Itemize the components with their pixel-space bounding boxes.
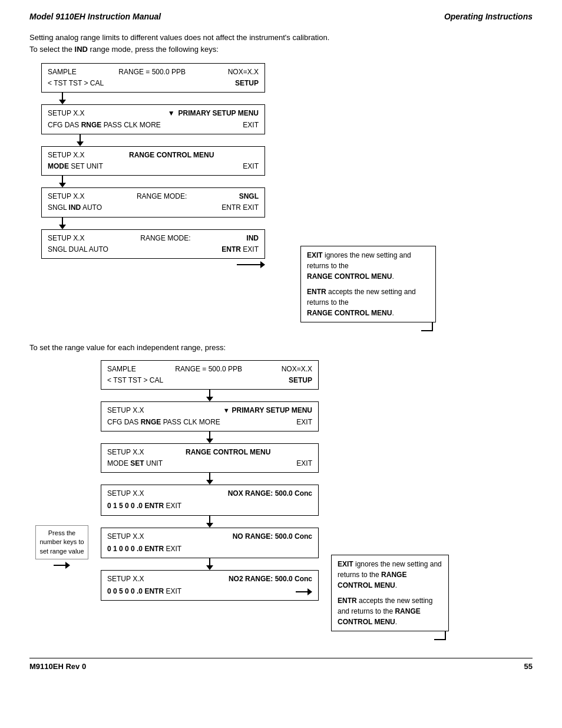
- b-arrow4: [206, 516, 213, 528]
- b-box4-nox: NOX RANGE: 500.0 Conc: [228, 488, 312, 499]
- top-box5-ind: IND: [246, 233, 259, 244]
- b-box5-nums: 0 1 0 0 0 .0 ENTR EXIT: [107, 545, 181, 553]
- top-box4-sngl: SNGL: [239, 191, 259, 202]
- intro-paragraph-1: Setting analog range limits to different…: [29, 32, 533, 55]
- top-box3-setup: SETUP X.X: [48, 150, 84, 161]
- b-box3-menu: RANGE CONTROL MENU: [186, 447, 270, 458]
- arrow-to-box5: [41, 218, 265, 229]
- top-box4-entr: ENTR EXIT: [222, 202, 259, 213]
- top-box1-setup: SETUP: [235, 78, 259, 89]
- b-box4-nums: 0 1 5 0 0 .0 ENTR EXIT: [107, 502, 181, 510]
- intro-line1: Setting analog range limits to different…: [29, 33, 329, 42]
- b-box1-tst: < TST TST > CAL: [107, 375, 163, 386]
- b-box3-exit: EXIT: [296, 458, 312, 469]
- b-arrow1: [206, 390, 213, 401]
- b-arrow3: [206, 473, 213, 485]
- b-box5-setup: SETUP X.X: [107, 531, 144, 542]
- b-box1-nox: NOX=X.X: [282, 364, 312, 375]
- top-box1-range: RANGE = 500.0 PPB: [118, 67, 186, 78]
- top-box3-exit: EXIT: [243, 161, 259, 172]
- intro-paragraph-2: To set the range value for each independ…: [29, 343, 533, 352]
- b-exit-target: RANGE CONTROL MENU: [338, 571, 406, 589]
- top-box5: SETUP X.X RANGE MODE: IND SNGL DUAL AUTO…: [41, 229, 265, 259]
- b-box4-setup: SETUP X.X: [107, 488, 144, 499]
- b-box1-sample: SAMPLE: [107, 364, 136, 375]
- bottom-box3: SETUP X.X RANGE CONTROL MENU MODE SET UN…: [101, 443, 319, 473]
- left-note-text: Press the number keys to set range value: [39, 529, 84, 555]
- top-box2-cfg: CFG DAS RNGE PASS CLK MORE: [48, 120, 161, 131]
- b-arrow5: [206, 558, 213, 570]
- top-diagram: SAMPLE RANGE = 500.0 PPB NOX=X.X < TST T…: [41, 63, 533, 331]
- page-header: Model 9110EH Instruction Manual Operatin…: [29, 12, 533, 21]
- top-box2-menu: PRIMARY SETUP MENU: [178, 108, 259, 119]
- top-note-box: EXIT ignores the new setting and returns…: [300, 246, 436, 322]
- b-box6-no2: NO2 RANGE: 500.0 Conc: [229, 574, 312, 585]
- header-left: Model 9110EH Instruction Manual: [29, 12, 161, 21]
- bottom-box1: SAMPLE RANGE = 500.0 PPB NOX=X.X < TST T…: [101, 360, 319, 390]
- top-right-note: EXIT ignores the new setting and returns…: [300, 246, 436, 331]
- top-box1: SAMPLE RANGE = 500.0 PPB NOX=X.X < TST T…: [41, 63, 265, 93]
- b-entr-target: RANGE CONTROL MENU: [338, 607, 421, 626]
- b-box6-setup: SETUP X.X: [107, 574, 144, 585]
- top-box5-entr: ENTR EXIT: [222, 244, 259, 255]
- exit-note-text: EXIT ignores the new setting and returns…: [307, 251, 411, 270]
- b-box2-exit: EXIT: [296, 417, 312, 428]
- top-flow-left: SAMPLE RANGE = 500.0 PPB NOX=X.X < TST T…: [41, 63, 289, 331]
- b-box3-setup: SETUP X.X: [107, 447, 144, 458]
- b-box2-cfg: CFG DAS RNGE PASS CLK MORE: [107, 417, 220, 428]
- page-footer: M9110EH Rev 0 55: [29, 658, 533, 671]
- top-box5-sngl-dual: SNGL DUAL AUTO: [48, 244, 108, 255]
- bottom-box6: SETUP X.X NO2 RANGE: 500.0 Conc 0 0 5 0 …: [101, 570, 319, 601]
- entr-note-target: RANGE CONTROL MENU: [307, 309, 392, 317]
- arrow-to-box3: [41, 134, 265, 146]
- entr-note-text: ENTR accepts the new setting and returns…: [307, 288, 416, 307]
- top-box4-label: RANGE MODE:: [137, 191, 187, 202]
- top-box2-exit: EXIT: [243, 120, 259, 131]
- b-box2-setup: SETUP X.X: [107, 405, 144, 416]
- top-box5-setup: SETUP X.X: [48, 233, 84, 244]
- top-box3-menu: RANGE CONTROL MENU: [129, 150, 214, 161]
- footer-left: M9110EH Rev 0: [29, 662, 86, 671]
- exit-note-target: RANGE CONTROL MENU: [307, 272, 392, 281]
- bottom-box4: SETUP X.X NOX RANGE: 500.0 Conc 0 1 5 0 …: [101, 485, 319, 515]
- bottom-left-note: Press the number keys to set range value: [35, 525, 88, 559]
- top-box5-label: RANGE MODE:: [140, 233, 190, 244]
- top-box3: SETUP X.X RANGE CONTROL MENU MODE SET UN…: [41, 146, 265, 176]
- bottom-left-note-wrapper: Press the number keys to set range value: [35, 525, 88, 640]
- b-box1-range: RANGE = 500.0 PPB: [175, 364, 242, 375]
- top-box4: SETUP X.X RANGE MODE: SNGL SNGL IND AUTO…: [41, 187, 265, 217]
- b-box6-nums: 0 0 5 0 0 .0 ENTR EXIT: [107, 586, 181, 597]
- bottom-right-note: EXIT ignores the new setting and returns…: [331, 555, 449, 640]
- top-box4-setup: SETUP X.X: [48, 191, 84, 202]
- top-box2-setup: SETUP X.X: [48, 108, 84, 119]
- top-box3-mode: MODE SET UNIT: [48, 161, 103, 172]
- top-box1-tst: < TST TST > CAL: [48, 78, 104, 89]
- bottom-box2: SETUP X.X ▼ PRIMARY SETUP MENU CFG DAS R…: [101, 401, 319, 431]
- top-box2: SETUP X.X ▼ PRIMARY SETUP MENU CFG DAS R…: [41, 104, 265, 134]
- footer-right: 55: [524, 662, 533, 671]
- bottom-center-flow: SAMPLE RANGE = 500.0 PPB NOX=X.X < TST T…: [98, 360, 322, 640]
- arrow-to-box4: [41, 176, 265, 187]
- top-box4-sngl-ind: SNGL IND AUTO: [48, 202, 102, 213]
- b-box1-setup: SETUP: [289, 375, 312, 386]
- b-box3-mode: MODE SET UNIT: [107, 458, 163, 469]
- bottom-box5: SETUP X.X NO RANGE: 500.0 Conc 0 1 0 0 0…: [101, 528, 319, 558]
- arrow-to-box2: [41, 93, 265, 104]
- top-box1-nox: NOX=X.X: [228, 67, 259, 78]
- header-right: Operating Instructions: [444, 12, 533, 21]
- bottom-diagram: Press the number keys to set range value…: [35, 360, 533, 640]
- b-arrow2: [206, 431, 213, 443]
- b-box2-menu: PRIMARY SETUP MENU: [232, 405, 312, 416]
- b-box5-no: NO RANGE: 500.0 Conc: [233, 531, 312, 542]
- top-box1-sample: SAMPLE: [48, 67, 77, 78]
- arrow-right-note: [41, 261, 265, 268]
- bottom-note-box: EXIT ignores the new setting and returns…: [331, 555, 449, 631]
